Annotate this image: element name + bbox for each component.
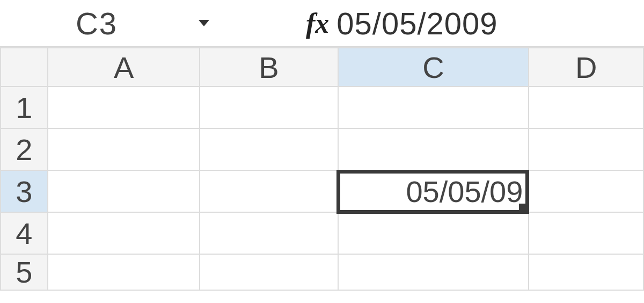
cell-C2[interactable]	[338, 128, 529, 170]
cell-C4[interactable]	[338, 212, 529, 254]
cell-D3[interactable]	[529, 170, 643, 212]
cell-C3[interactable]: 05/05/09	[338, 170, 529, 212]
row-header-2[interactable]: 2	[1, 128, 48, 170]
row-header-3[interactable]: 3	[1, 170, 48, 212]
cell-C5[interactable]	[338, 254, 529, 290]
formula-area: fx 05/05/2009	[306, 5, 498, 41]
cell-B1[interactable]	[200, 86, 338, 128]
column-header-A[interactable]: A	[48, 48, 200, 86]
cell-A1[interactable]	[48, 86, 200, 128]
cell-D2[interactable]	[529, 128, 643, 170]
column-header-B[interactable]: B	[200, 48, 338, 86]
cell-A4[interactable]	[48, 212, 200, 254]
select-all-corner[interactable]	[1, 48, 48, 86]
cell-A5[interactable]	[48, 254, 200, 290]
row-header-1[interactable]: 1	[1, 86, 48, 128]
row-header-4[interactable]: 4	[1, 212, 48, 254]
row-header-5[interactable]: 5	[1, 254, 48, 290]
column-header-D[interactable]: D	[529, 48, 643, 86]
cell-D1[interactable]	[529, 86, 643, 128]
cell-A3[interactable]	[48, 170, 200, 212]
cell-A2[interactable]	[48, 128, 200, 170]
name-box[interactable]: C3	[11, 4, 182, 42]
cell-B2[interactable]	[200, 128, 338, 170]
formula-bar: C3 fx 05/05/2009	[0, 0, 644, 46]
cell-B5[interactable]	[200, 254, 338, 290]
column-header-C[interactable]: C	[338, 48, 529, 86]
cell-C1[interactable]	[338, 86, 529, 128]
spreadsheet-grid: A B C D 1 2 3	[0, 46, 644, 291]
svg-marker-0	[199, 20, 209, 26]
cell-B3[interactable]	[200, 170, 338, 212]
name-box-dropdown[interactable]	[182, 18, 225, 28]
chevron-down-icon	[197, 18, 210, 28]
fx-icon[interactable]: fx	[306, 8, 329, 39]
sheet-table: A B C D 1 2 3	[0, 47, 644, 291]
formula-input[interactable]: 05/05/2009	[336, 5, 497, 41]
cell-D4[interactable]	[529, 212, 643, 254]
cell-B4[interactable]	[200, 212, 338, 254]
cell-D5[interactable]	[529, 254, 643, 290]
